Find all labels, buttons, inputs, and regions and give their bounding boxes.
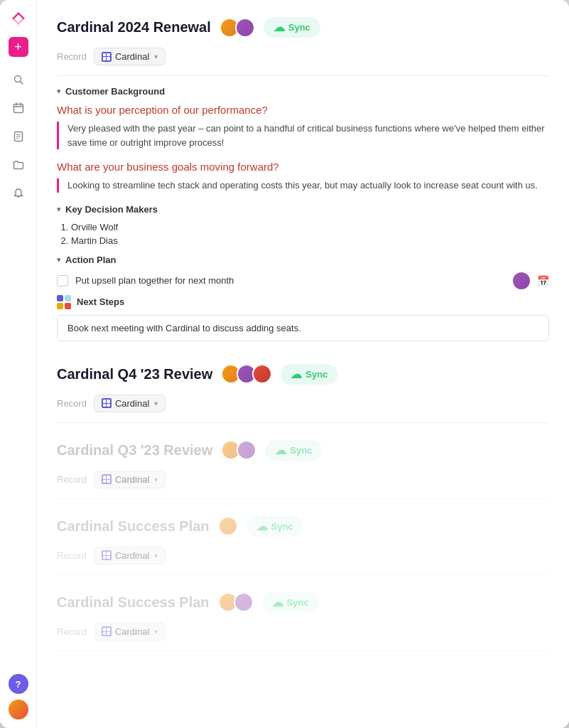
avatar: [252, 364, 272, 384]
meeting-4-title: Cardinal Success Plan: [57, 518, 210, 535]
calendar-icon[interactable]: [7, 97, 30, 119]
key-decision-makers-section[interactable]: ▾ Key Decision Makers: [57, 204, 549, 215]
document-icon[interactable]: [7, 125, 30, 148]
sync-icon: ☁: [275, 444, 286, 457]
record-badge-icon: [102, 52, 112, 62]
meeting-1-sync-button[interactable]: ☁ Sync: [264, 17, 320, 38]
meeting-3-record-row: Record Cardinal ▾: [57, 471, 549, 499]
meeting-5-sync-button[interactable]: ☁ Sync: [262, 592, 319, 613]
add-button[interactable]: +: [9, 37, 28, 57]
list-item: Martin Dias: [71, 235, 549, 246]
record-name: Cardinal: [115, 474, 149, 485]
meeting-4-record-row: Record Cardinal ▾: [57, 547, 549, 575]
chevron-icon: ▾: [57, 87, 61, 96]
sync-icon: ☁: [272, 596, 283, 609]
decision-makers-list: Orville Wolf Martin Dias: [57, 222, 549, 246]
next-steps-icon: [57, 295, 71, 309]
action-text: Put upsell plan together for next month: [75, 275, 506, 286]
avatar: [234, 592, 254, 612]
meeting-2-title: Cardinal Q4 '23 Review: [57, 366, 212, 382]
meeting-4-sync-button[interactable]: ☁ Sync: [246, 516, 303, 537]
sidebar: +: [0, 0, 37, 728]
meeting-4-header: Cardinal Success Plan ☁ Sync: [57, 516, 549, 537]
meeting-3-title: Cardinal Q3 '23 Review: [57, 442, 212, 459]
action-plan-title: Action Plan: [65, 255, 116, 265]
meeting-5-title: Cardinal Success Plan: [57, 594, 210, 611]
dropdown-arrow-icon: ▾: [154, 552, 158, 560]
customer-background-title: Customer Background: [65, 86, 165, 97]
record-name: Cardinal: [115, 550, 149, 561]
chevron-icon: ▾: [57, 255, 61, 264]
avatar: [218, 516, 238, 536]
meeting-1-record-row: Record Cardinal ▾: [57, 48, 549, 76]
question-2: What are your business goals moving forw…: [57, 161, 549, 173]
record-badge-icon: [102, 626, 112, 636]
meeting-1-title: Cardinal 2024 Renewal: [57, 19, 211, 36]
meeting-5-record-row: Record Cardinal ▾: [57, 623, 549, 651]
meeting-5-record-badge[interactable]: Cardinal ▾: [94, 623, 166, 641]
meeting-4-avatars: [218, 516, 238, 536]
sync-icon: ☁: [273, 21, 285, 34]
record-label: Record: [57, 550, 87, 561]
meeting-4-record-badge[interactable]: Cardinal ▾: [94, 547, 166, 564]
next-steps-text: Book next meeting with Cardinal to discu…: [57, 315, 549, 341]
meeting-2-record-row: Record Cardinal ▾: [57, 395, 549, 423]
action-plan-section[interactable]: ▾ Action Plan: [57, 255, 549, 265]
record-label: Record: [57, 51, 87, 62]
meeting-4: Cardinal Success Plan ☁ Sync Record: [57, 516, 549, 575]
meeting-3: Cardinal Q3 '23 Review ☁ Sync Record: [57, 440, 549, 499]
svg-rect-2: [13, 105, 23, 113]
next-steps-title: Next Steps: [77, 296, 124, 307]
list-item: Orville Wolf: [71, 222, 549, 232]
svg-line-1: [20, 82, 23, 85]
folder-icon[interactable]: [7, 154, 30, 176]
avatar: [235, 18, 255, 38]
sync-icon: ☁: [256, 520, 268, 533]
answer-1: Very pleased with the past year – can po…: [57, 122, 549, 149]
action-checkbox[interactable]: [57, 275, 68, 287]
next-steps-section: Next Steps: [57, 295, 549, 309]
record-badge-icon: [102, 474, 112, 484]
customer-background-content: What is your perception of our performan…: [57, 104, 549, 193]
dropdown-arrow-icon: ▾: [154, 628, 158, 636]
action-item-1: Put upsell plan together for next month …: [57, 272, 549, 289]
meeting-5-header: Cardinal Success Plan ☁ Sync: [57, 592, 549, 613]
record-name: Cardinal: [115, 398, 149, 409]
meeting-5: Cardinal Success Plan ☁ Sync Record: [57, 592, 549, 651]
help-button[interactable]: ?: [9, 674, 28, 694]
meeting-2-avatars: [221, 364, 272, 384]
meeting-2-sync-button[interactable]: ☁ Sync: [281, 364, 337, 385]
meeting-2-header: Cardinal Q4 '23 Review ☁ Sync: [57, 364, 549, 385]
record-badge-icon: [102, 398, 112, 408]
meeting-1-record-badge[interactable]: Cardinal ▾: [94, 48, 166, 65]
dropdown-arrow-icon: ▾: [154, 400, 158, 407]
record-name: Cardinal: [115, 626, 149, 637]
meeting-3-header: Cardinal Q3 '23 Review ☁ Sync: [57, 440, 549, 461]
bell-icon[interactable]: [7, 182, 30, 205]
meeting-5-avatars: [218, 592, 254, 612]
main-content: Cardinal 2024 Renewal ☁ Sync Record: [37, 0, 569, 728]
record-label: Record: [57, 626, 87, 637]
record-name: Cardinal: [115, 51, 149, 62]
record-label: Record: [57, 474, 87, 485]
key-decision-makers-title: Key Decision Makers: [65, 204, 158, 215]
user-avatar[interactable]: [9, 700, 28, 719]
logo: [9, 9, 28, 28]
sync-icon: ☁: [291, 368, 302, 381]
meeting-1-avatars: [220, 18, 255, 38]
dropdown-arrow-icon: ▾: [154, 53, 158, 60]
search-icon[interactable]: [7, 68, 30, 91]
customer-background-section[interactable]: ▾ Customer Background: [57, 86, 549, 97]
meeting-3-avatars: [221, 440, 256, 460]
record-badge-icon: [102, 550, 112, 560]
chevron-icon: ▾: [57, 205, 61, 214]
meeting-3-record-badge[interactable]: Cardinal ▾: [94, 471, 166, 488]
question-1: What is your perception of our performan…: [57, 104, 549, 116]
action-avatar: [513, 272, 530, 289]
meeting-1: Cardinal 2024 Renewal ☁ Sync Record: [57, 17, 549, 341]
calendar-icon: 📅: [537, 275, 549, 287]
avatar: [237, 440, 256, 460]
dropdown-arrow-icon: ▾: [154, 476, 158, 483]
meeting-2-record-badge[interactable]: Cardinal ▾: [94, 395, 166, 412]
meeting-3-sync-button[interactable]: ☁ Sync: [265, 440, 322, 461]
